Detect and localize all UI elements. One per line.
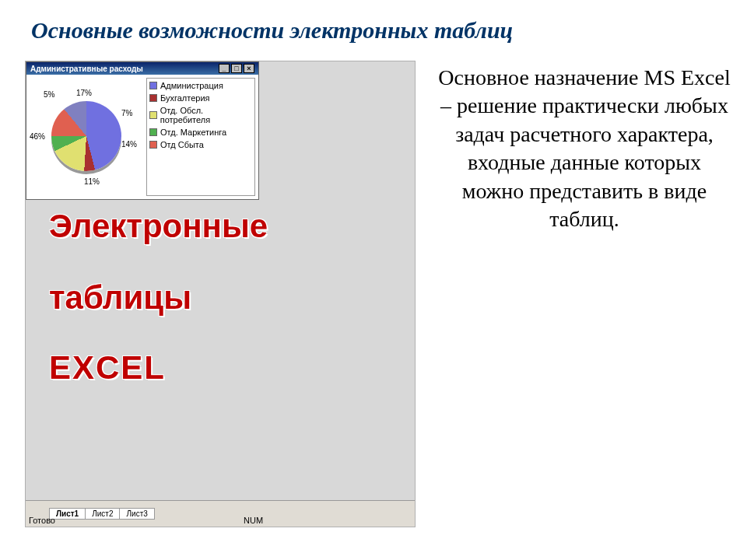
sheet-tab[interactable]: Лист2 <box>85 508 120 520</box>
pie-label: 17% <box>76 89 92 97</box>
overlay-line-3: EXCEL <box>49 349 166 387</box>
table-row[interactable]: 17Отд Сбыта5201816 <box>160 197 416 226</box>
pie-label: 5% <box>44 90 54 99</box>
chart-legend: АдминистрацияБухгалтерияОтд. Обсл. потре… <box>146 78 255 196</box>
legend-item: Администрация <box>149 81 252 90</box>
maximize-icon[interactable]: □ <box>231 64 242 73</box>
slide-body-text: Основное назначение MS Excel – решение п… <box>436 64 733 233</box>
slide-title: Основные возможности электронных таблиц <box>31 17 716 44</box>
status-num: NUM <box>244 516 263 525</box>
minimize-icon[interactable]: _ <box>219 64 230 73</box>
col-header[interactable]: Июль <box>261 137 309 152</box>
legend-item: Отд. Маркетинга <box>149 128 252 137</box>
table-row[interactable]: 21Всего <box>161 253 416 282</box>
table-row[interactable]: 19 <box>160 225 416 254</box>
overlay-line-1: Электронные <box>49 208 268 245</box>
col-header[interactable]: Сентябрь <box>351 134 395 149</box>
col-header[interactable]: Август <box>308 135 352 151</box>
close-icon[interactable]: × <box>244 64 254 73</box>
sheet-tab[interactable]: Лист3 <box>119 508 154 520</box>
legend-item: Отд. Обсл. потребителя <box>149 106 252 124</box>
excel-statusbar: Лист1 Лист2 Лист3 Готово NUM <box>26 500 415 527</box>
legend-item: Отд Сбыта <box>149 140 252 149</box>
chart-window: Административные расходы _ □ × 5% 17% 7%… <box>26 61 259 200</box>
table-row[interactable]: 18Склад <box>160 211 416 240</box>
spreadsheet-title-cell: й колос". ЗАО <box>359 106 416 125</box>
legend-item: Бухгалтерия <box>149 93 252 103</box>
screenshot-collage: Сервис Данные Окно Справка Σ A↓ ◫ 100% ?… <box>25 61 416 527</box>
overlay-line-2: таблицы <box>49 279 191 317</box>
pie-label: 11% <box>84 177 100 186</box>
table-row[interactable]: 23 <box>163 281 416 310</box>
table-row[interactable]: 20В среднем9855509915354932028504 <box>161 239 416 268</box>
pie-label: 7% <box>121 109 132 117</box>
pie-chart: 5% 17% 7% 14% 11% 46% <box>30 78 146 194</box>
table-row[interactable]: 22 <box>162 267 416 296</box>
chart-title: Административные расходы <box>30 65 143 73</box>
col-header[interactable]: Октябрь <box>394 132 416 148</box>
pie-label: 46% <box>30 132 45 141</box>
chart-titlebar: Административные расходы _ □ × <box>26 62 258 75</box>
pie-label: 14% <box>121 140 137 149</box>
status-ready: Готово <box>29 516 55 525</box>
